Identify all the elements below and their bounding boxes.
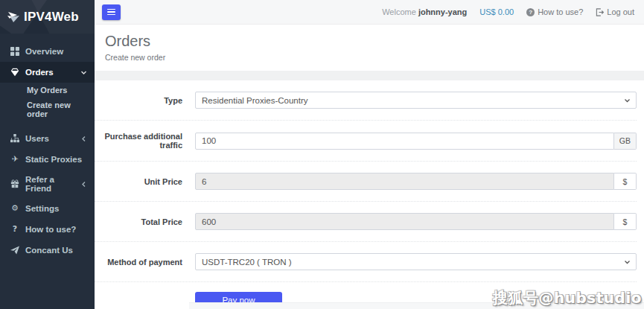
traffic-input[interactable] bbox=[195, 133, 614, 150]
top-header: Welcome johnny-yang US$ 0.00 ? How to us… bbox=[95, 0, 644, 25]
card-header-bar bbox=[95, 71, 644, 80]
gem-icon bbox=[10, 67, 20, 77]
bird-logo-icon bbox=[7, 10, 22, 25]
sidebar: IPV4Web Overview Orders My Ord bbox=[0, 0, 95, 309]
sidebar-item-label: Static Proxies bbox=[25, 155, 87, 164]
welcome-text: Welcome johnny-yang bbox=[382, 7, 467, 16]
question-icon: ? bbox=[10, 224, 20, 235]
balance-link[interactable]: US$ 0.00 bbox=[479, 7, 514, 16]
sidebar-item-concant-us[interactable]: Concant Us bbox=[0, 240, 95, 261]
chevron-left-icon bbox=[80, 136, 87, 142]
sidebar-item-create-new-order[interactable]: Create new order bbox=[0, 98, 95, 121]
sidebar-item-my-orders[interactable]: My Orders bbox=[0, 83, 95, 98]
unit-price-label: Unit Price bbox=[95, 177, 182, 186]
logout-label: Log out bbox=[607, 7, 634, 16]
send-icon bbox=[10, 245, 20, 255]
sidebar-item-static-proxies[interactable]: ✈ Static Proxies bbox=[0, 149, 95, 170]
sidebar-item-label: Refer a Friend bbox=[25, 175, 80, 193]
type-label: Type bbox=[95, 96, 182, 105]
header-right: Welcome johnny-yang US$ 0.00 ? How to us… bbox=[382, 7, 644, 16]
sidebar-item-how-to-use[interactable]: ? How to use? bbox=[0, 219, 95, 240]
sitemap-icon bbox=[10, 133, 20, 144]
sidebar-item-users[interactable]: Users bbox=[0, 128, 95, 149]
brand-name: IPV4Web bbox=[24, 10, 79, 25]
create-order-form: Type Residential Proxies-Country Purchas… bbox=[95, 80, 644, 309]
gift-icon bbox=[10, 179, 20, 189]
sidebar-item-label: Concant Us bbox=[25, 246, 87, 255]
form-row-unit-price: Unit Price $ bbox=[95, 162, 637, 202]
how-to-use-link[interactable]: ? How to use? bbox=[526, 7, 583, 16]
form-row-payment: Method of payment USDT-TRC20 ( TRON ) bbox=[95, 242, 637, 282]
brand-logo[interactable]: IPV4Web bbox=[0, 0, 95, 34]
total-price-label: Total Price bbox=[95, 217, 182, 226]
unit-price-input bbox=[195, 173, 614, 190]
unit-price-currency-addon: $ bbox=[614, 173, 637, 190]
total-price-input bbox=[195, 213, 614, 230]
sidebar-item-label: How to use? bbox=[25, 225, 87, 234]
sidebar-item-settings[interactable]: ⚙ Settings bbox=[0, 198, 95, 219]
question-circle-icon: ? bbox=[526, 8, 535, 16]
sidebar-nav: Overview Orders My Orders Create new ord… bbox=[0, 41, 95, 261]
username: johnny-yang bbox=[418, 7, 467, 16]
chevron-left-icon bbox=[80, 181, 87, 188]
page-subtitle: Create new order bbox=[105, 53, 644, 62]
plane-icon: ✈ bbox=[10, 154, 20, 165]
chevron-down-icon bbox=[80, 69, 87, 76]
sidebar-item-label: Users bbox=[25, 134, 80, 143]
payment-method-label: Method of payment bbox=[95, 258, 182, 267]
page-header: Orders Create new order bbox=[95, 25, 644, 62]
page-title: Orders bbox=[105, 33, 644, 50]
main-content: Orders Create new order Type Residential… bbox=[95, 25, 644, 309]
form-row-type: Type Residential Proxies-Country bbox=[95, 80, 637, 121]
type-select[interactable]: Residential Proxies-Country bbox=[195, 92, 637, 109]
total-price-currency-addon: $ bbox=[614, 213, 637, 230]
logout-link[interactable]: Log out bbox=[596, 7, 634, 16]
form-row-total-price: Total Price $ bbox=[95, 202, 637, 242]
how-to-use-label: How to use? bbox=[538, 7, 583, 16]
sohu-watermark: 搜狐号@hubstudio bbox=[493, 288, 642, 308]
sidebar-item-label: Orders bbox=[25, 68, 80, 77]
traffic-unit-addon: GB bbox=[614, 133, 637, 150]
sidebar-item-orders[interactable]: Orders bbox=[0, 62, 95, 83]
gear-icon: ⚙ bbox=[10, 203, 20, 214]
sidebar-item-overview[interactable]: Overview bbox=[0, 41, 95, 62]
sidebar-item-label: Overview bbox=[25, 47, 87, 56]
sidebar-item-label: Settings bbox=[25, 204, 87, 213]
sidebar-toggle-button[interactable] bbox=[102, 4, 121, 20]
welcome-label: Welcome bbox=[382, 7, 416, 16]
sign-out-icon bbox=[596, 8, 604, 16]
sidebar-item-refer-a-friend[interactable]: Refer a Friend bbox=[0, 170, 95, 198]
traffic-label: Purchase additional traffic bbox=[95, 132, 182, 150]
form-row-traffic: Purchase additional traffic GB bbox=[95, 121, 637, 162]
payment-method-select[interactable]: USDT-TRC20 ( TRON ) bbox=[195, 253, 637, 270]
sidebar-item-label: My Orders bbox=[27, 86, 87, 95]
app-window: IPV4Web Overview Orders My Ord bbox=[0, 0, 644, 309]
orders-submenu: My Orders Create new order bbox=[0, 83, 95, 121]
grid-icon bbox=[10, 46, 20, 57]
sidebar-item-label: Create new order bbox=[27, 101, 87, 118]
